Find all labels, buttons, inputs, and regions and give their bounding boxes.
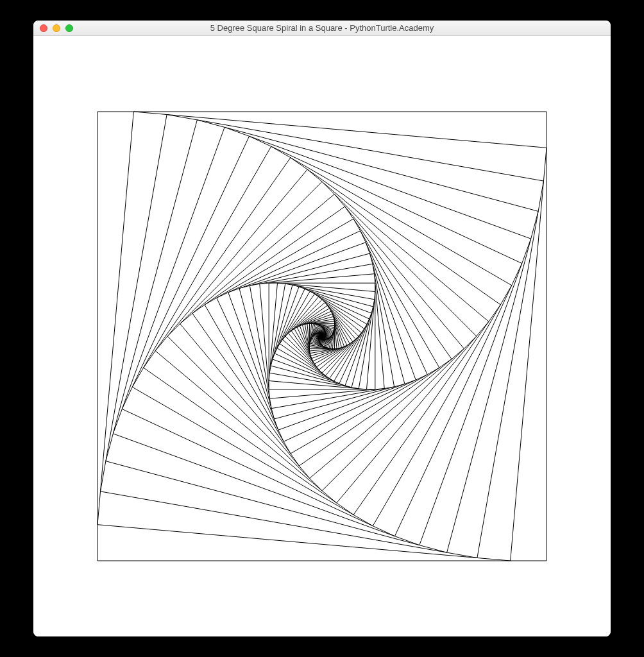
close-icon[interactable] <box>40 24 47 32</box>
app-window: 5 Degree Square Spiral in a Square - Pyt… <box>33 21 611 636</box>
window-title: 5 Degree Square Spiral in a Square - Pyt… <box>33 23 611 33</box>
minimize-icon[interactable] <box>53 24 60 32</box>
zoom-icon[interactable] <box>65 24 73 32</box>
traffic-lights <box>33 24 73 32</box>
titlebar[interactable]: 5 Degree Square Spiral in a Square - Pyt… <box>33 21 611 36</box>
turtle-canvas <box>33 36 611 636</box>
svg-marker-91 <box>322 336 323 337</box>
spiral-drawing <box>33 36 611 636</box>
